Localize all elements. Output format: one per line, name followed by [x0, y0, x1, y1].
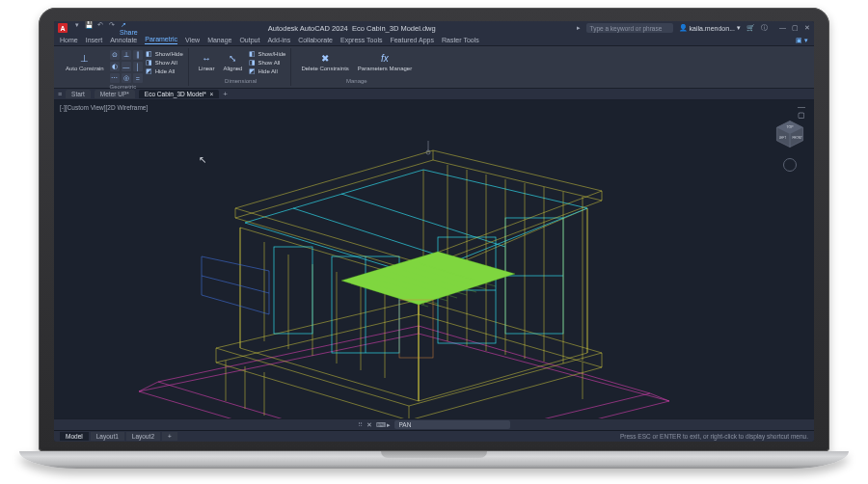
- perpendicular-icon[interactable]: ⊥: [122, 50, 131, 60]
- wireframe-model: [100, 112, 718, 418]
- command-input[interactable]: PAN: [394, 420, 510, 429]
- tab-featured-apps[interactable]: Featured Apps: [390, 37, 434, 43]
- tab-annotate[interactable]: Annotate: [110, 37, 137, 43]
- tab-insert[interactable]: Insert: [86, 37, 103, 43]
- layout-tabs: Model Layout1 Layout2 +: [60, 432, 177, 441]
- share-button[interactable]: ↗ Share: [120, 21, 127, 36]
- viewcube[interactable]: TOP LEFT FRONT: [773, 118, 806, 150]
- cart-icon[interactable]: 🛒: [746, 24, 755, 32]
- close-command-icon[interactable]: ✕: [366, 421, 372, 429]
- collinear-icon[interactable]: ⋯: [110, 73, 120, 83]
- tab-parametric[interactable]: Parametric: [145, 36, 177, 44]
- panel-label: Dimensional: [196, 77, 286, 84]
- svg-marker-44: [235, 160, 602, 271]
- geometric-constraints-grid[interactable]: ⊙⊥∥ ◐—│ ⋯◎=: [110, 50, 143, 83]
- equal-icon[interactable]: =: [133, 73, 143, 83]
- tab-addins[interactable]: Add-ins: [267, 37, 290, 43]
- new-tab-button[interactable]: +: [223, 90, 228, 98]
- svg-rect-34: [274, 247, 312, 334]
- svg-text:LEFT: LEFT: [779, 136, 786, 140]
- window-title: Autodesk AutoCAD 2024 Eco Cabin_3D Model…: [133, 24, 571, 33]
- tab-collaborate[interactable]: Collaborate: [298, 37, 333, 43]
- tab-raster-tools[interactable]: Raster Tools: [442, 37, 479, 43]
- dim-showall-button[interactable]: ◨Show All: [248, 59, 285, 67]
- svg-marker-45: [235, 150, 602, 261]
- tab-manage[interactable]: Manage: [207, 37, 231, 43]
- parameters-manager-button[interactable]: fxParameters Manager: [355, 50, 415, 73]
- command-line[interactable]: ⠿ ✕ ⌨ ▸ PAN: [54, 418, 814, 430]
- layout-tab-model[interactable]: Model: [60, 432, 89, 441]
- info-icon[interactable]: ⓘ: [761, 23, 768, 33]
- command-prompt-icon: ⌨ ▸: [376, 421, 392, 429]
- geo-showall-button[interactable]: ◨Show All: [146, 59, 183, 67]
- save-icon[interactable]: 💾: [85, 21, 93, 36]
- geo-showhide-button[interactable]: ◧Show/Hide: [146, 50, 183, 58]
- linear-icon: ↔: [200, 51, 213, 65]
- tab-overflow-icon[interactable]: ▣ ▾: [796, 37, 808, 44]
- layout-tab-1[interactable]: Layout1: [91, 432, 124, 441]
- panel-geometric: ⊥ Auto Constrain ⊙⊥∥ ◐—│ ⋯◎= ◧Show/Hide …: [58, 48, 189, 86]
- linear-button[interactable]: ↔Linear: [196, 50, 218, 73]
- laptop-frame: A ▾ 💾 ↶ ↷ ↗ Share Autodesk AutoCAD 2024 …: [39, 8, 829, 476]
- svg-text:FRONT: FRONT: [793, 136, 802, 140]
- screen-bezel: A ▾ 💾 ↶ ↷ ↗ Share Autodesk AutoCAD 2024 …: [39, 8, 829, 451]
- showhide-icon: ◧: [146, 50, 153, 58]
- showall-icon: ◨: [146, 59, 153, 67]
- window-controls: — ▢ ✕: [779, 24, 810, 32]
- horizontal-icon[interactable]: —: [122, 62, 131, 71]
- add-layout-button[interactable]: +: [162, 432, 177, 441]
- doc-tab-meterup[interactable]: Meter UP*: [95, 90, 135, 98]
- dim-showhide-button[interactable]: ◧Show/Hide: [248, 50, 285, 58]
- aligned-button[interactable]: ⤡Aligned: [220, 50, 245, 73]
- layout-tab-2[interactable]: Layout2: [126, 432, 160, 441]
- svg-marker-58: [341, 252, 515, 305]
- geo-hideall-button[interactable]: ◩Hide All: [146, 67, 183, 75]
- coincident-icon[interactable]: ⊙: [110, 50, 120, 60]
- command-grip-icon[interactable]: ⠿: [358, 421, 363, 429]
- panel-manage: ✖Delete Constraints fxParameters Manager…: [293, 48, 420, 86]
- nav-wheel-icon[interactable]: [783, 158, 797, 172]
- quick-access-toolbar: ▾ 💾 ↶ ↷ ↗ Share: [73, 21, 127, 36]
- tangent-icon[interactable]: ◐: [110, 62, 120, 71]
- fx-icon: fx: [378, 51, 392, 65]
- maximize-icon[interactable]: ▢: [792, 24, 799, 32]
- svg-marker-67: [202, 256, 269, 314]
- menu-icon[interactable]: ▾: [73, 21, 81, 36]
- laptop-base: [19, 451, 849, 469]
- tab-output[interactable]: Output: [239, 37, 259, 43]
- delete-constraints-button[interactable]: ✖Delete Constraints: [298, 50, 351, 73]
- parallel-icon[interactable]: ∥: [133, 50, 143, 60]
- auto-constrain-button[interactable]: ⊥ Auto Constrain: [63, 50, 107, 73]
- help-icon[interactable]: ▸: [577, 24, 581, 32]
- close-icon[interactable]: ✕: [804, 24, 810, 32]
- tab-home[interactable]: Home: [60, 37, 78, 43]
- aligned-icon: ⤡: [226, 51, 239, 65]
- status-bar: Model Layout1 Layout2 + Press ESC or ENT…: [54, 430, 814, 442]
- concentric-icon[interactable]: ◎: [122, 73, 131, 83]
- showall-icon: ◨: [248, 59, 256, 67]
- delete-icon: ✖: [318, 51, 332, 65]
- app-window: A ▾ 💾 ↶ ↷ ↗ Share Autodesk AutoCAD 2024 …: [54, 21, 814, 442]
- showhide-icon: ◧: [248, 50, 256, 58]
- panel-dimensional: ↔Linear ⤡Aligned ◧Show/Hide ◨Show All ◩H…: [191, 48, 292, 86]
- doc-tab-active[interactable]: Eco Cabin_3D Model* ×: [139, 90, 219, 98]
- search-input[interactable]: Type a keyword or phrase: [586, 23, 673, 33]
- undo-icon[interactable]: ↶: [96, 21, 104, 36]
- tab-express-tools[interactable]: Express Tools: [340, 37, 382, 43]
- panel-label: Manage: [298, 77, 415, 84]
- hideall-icon: ◩: [248, 67, 256, 75]
- user-menu[interactable]: 👤 kaila.mendon... ▾: [679, 24, 741, 32]
- vertical-icon[interactable]: │: [133, 62, 143, 71]
- viewport-label[interactable]: [-][Custom View][2D Wireframe]: [60, 104, 148, 111]
- dim-hideall-button[interactable]: ◩Hide All: [248, 67, 285, 75]
- app-logo[interactable]: A: [58, 23, 68, 33]
- drawing-canvas[interactable]: [-][Custom View][2D Wireframe] — ▢ TOP L…: [54, 100, 814, 418]
- svg-text:TOP: TOP: [787, 125, 795, 129]
- minimize-icon[interactable]: —: [779, 24, 786, 32]
- tab-view[interactable]: View: [185, 37, 200, 43]
- doc-tab-start[interactable]: Start: [66, 90, 91, 98]
- svg-line-10: [650, 393, 669, 401]
- home-icon[interactable]: ≡: [58, 91, 62, 97]
- hideall-icon: ◩: [146, 67, 153, 75]
- redo-icon[interactable]: ↷: [108, 21, 116, 36]
